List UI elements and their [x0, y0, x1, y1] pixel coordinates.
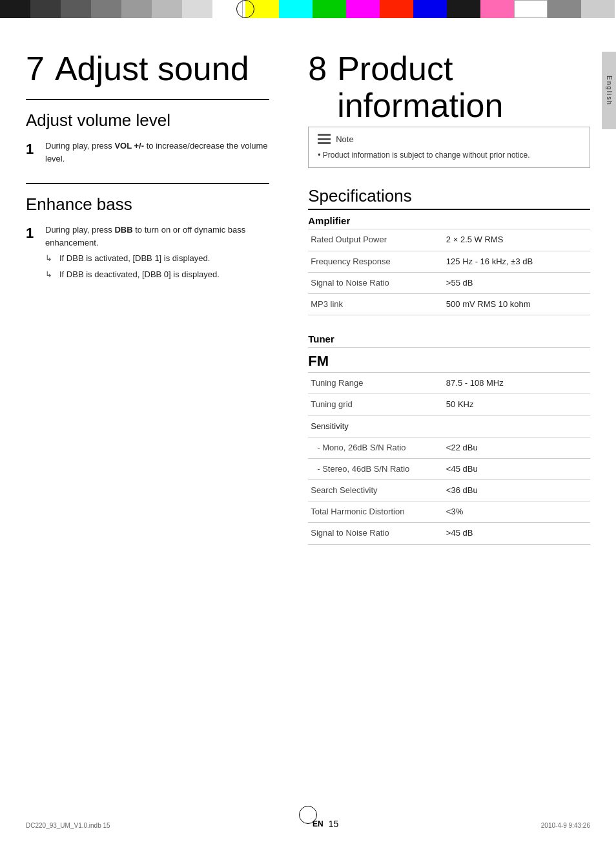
color-bars	[0, 0, 616, 18]
page-number: 15	[329, 819, 339, 829]
table-row: Signal to Noise Ratio >55 dB	[308, 272, 590, 293]
spec-value: <22 dBu	[444, 437, 590, 458]
spec-label: Rated Output Power	[308, 229, 444, 251]
tuner-section: Tuner FM Tuning Range 87.5 - 108 MHz Tun…	[308, 328, 590, 545]
section-divider-1	[26, 99, 269, 100]
section-7-number: 7	[26, 52, 45, 85]
step-number-2: 1	[26, 225, 39, 242]
table-row: Rated Output Power 2 × 2.5 W RMS	[308, 229, 590, 251]
table-row: Total Harmonic Distortion <3%	[308, 501, 590, 523]
step-1-volume: 1 During play, press VOL +/- to increase…	[26, 140, 269, 171]
tuner-header: Tuner	[308, 328, 590, 348]
table-row: Tuning grid 50 KHz	[308, 394, 590, 416]
language-tab: English	[602, 52, 616, 129]
table-row: Frequency Response 125 Hz - 16 kHz, ±3 d…	[308, 251, 590, 272]
arrow-symbol-2: ↳	[45, 268, 56, 281]
spec-label: Sensitivity	[308, 416, 590, 437]
spec-label: Tuning grid	[308, 394, 444, 416]
spec-label: Signal to Noise Ratio	[308, 523, 444, 544]
arrow-item-2: ↳ If DBB is deactivated, [DBB 0] is disp…	[45, 268, 269, 281]
spec-value: <36 dBu	[444, 480, 590, 501]
step-number-1: 1	[26, 141, 39, 158]
fm-table: Tuning Range 87.5 - 108 MHz Tuning grid …	[308, 373, 590, 545]
page-number-area: EN 15	[313, 819, 338, 829]
step-content-1: During play, press VOL +/- to increase/d…	[45, 140, 269, 165]
fm-header: FM	[308, 348, 590, 373]
table-row: - Stereo, 46dB S/N Ratio <45 dBu	[308, 458, 590, 479]
footer-left: DC220_93_UM_V1.0.indb 15	[26, 822, 110, 829]
step-content-2: During play, press DBB to turn on or off…	[45, 224, 269, 280]
section-8-number: 8	[308, 52, 327, 85]
note-box: Note • Product information is subject to…	[308, 127, 590, 168]
spec-value: 87.5 - 108 MHz	[444, 373, 590, 394]
spec-value: >45 dB	[444, 523, 590, 544]
color-bar-right	[245, 0, 616, 18]
note-icon	[318, 134, 331, 144]
table-row: Tuning Range 87.5 - 108 MHz	[308, 373, 590, 394]
spec-label: - Stereo, 46dB S/N Ratio	[308, 458, 444, 479]
color-bar-left	[0, 0, 245, 18]
note-text: • Product information is subject to chan…	[318, 149, 580, 161]
section-7-title: Adjust sound	[55, 50, 249, 87]
step-1-bass: 1 During play, press DBB to turn on or o…	[26, 224, 269, 287]
table-row: Signal to Noise Ratio >45 dB	[308, 523, 590, 544]
section-8-title: Productinformation	[337, 50, 503, 124]
spec-label: - Mono, 26dB S/N Ratio	[308, 437, 444, 458]
spec-label: Signal to Noise Ratio	[308, 272, 444, 293]
spec-value: <3%	[444, 501, 590, 523]
amplifier-table: Rated Output Power 2 × 2.5 W RMS Frequen…	[308, 229, 590, 315]
spec-value: >55 dB	[444, 272, 590, 293]
footer-right: 2010-4-9 9:43:26	[541, 822, 590, 829]
spec-label: Tuning Range	[308, 373, 444, 394]
spec-label: Total Harmonic Distortion	[308, 501, 444, 523]
left-column: 7 Adjust sound Adjust volume level 1 Dur…	[26, 50, 295, 558]
table-row: MP3 link 500 mV RMS 10 kohm	[308, 293, 590, 315]
arrow-text-1: If DBB is activated, [DBB 1] is displaye…	[59, 252, 210, 265]
spec-label: Frequency Response	[308, 251, 444, 272]
note-header: Note	[318, 134, 580, 144]
arrow-text-2: If DBB is deactivated, [DBB 0] is displa…	[59, 268, 220, 281]
amplifier-category: Amplifier	[308, 210, 590, 229]
arrow-item-1: ↳ If DBB is activated, [DBB 1] is displa…	[45, 252, 269, 265]
main-content: 7 Adjust sound Adjust volume level 1 Dur…	[0, 18, 616, 584]
table-row: Sensitivity	[308, 416, 590, 437]
spec-value: 2 × 2.5 W RMS	[444, 229, 590, 251]
section-divider-2	[26, 183, 269, 184]
subsection-title-volume: Adjust volume level	[26, 111, 269, 131]
right-column: 8 Productinformation Note • Product info…	[295, 50, 590, 558]
note-label: Note	[336, 134, 353, 144]
spec-label: Search Selectivity	[308, 480, 444, 501]
language-label: English	[606, 76, 613, 106]
arrow-symbol-1: ↳	[45, 252, 56, 265]
specs-title: Specifications	[308, 186, 590, 206]
table-row: - Mono, 26dB S/N Ratio <22 dBu	[308, 437, 590, 458]
subsection-title-bass: Enhance bass	[26, 195, 269, 215]
spec-value: <45 dBu	[444, 458, 590, 479]
spec-value: 50 KHz	[444, 394, 590, 416]
table-row: Search Selectivity <36 dBu	[308, 480, 590, 501]
spec-value: 500 mV RMS 10 kohm	[444, 293, 590, 315]
spec-value: 125 Hz - 16 kHz, ±3 dB	[444, 251, 590, 272]
spec-label: MP3 link	[308, 293, 444, 315]
